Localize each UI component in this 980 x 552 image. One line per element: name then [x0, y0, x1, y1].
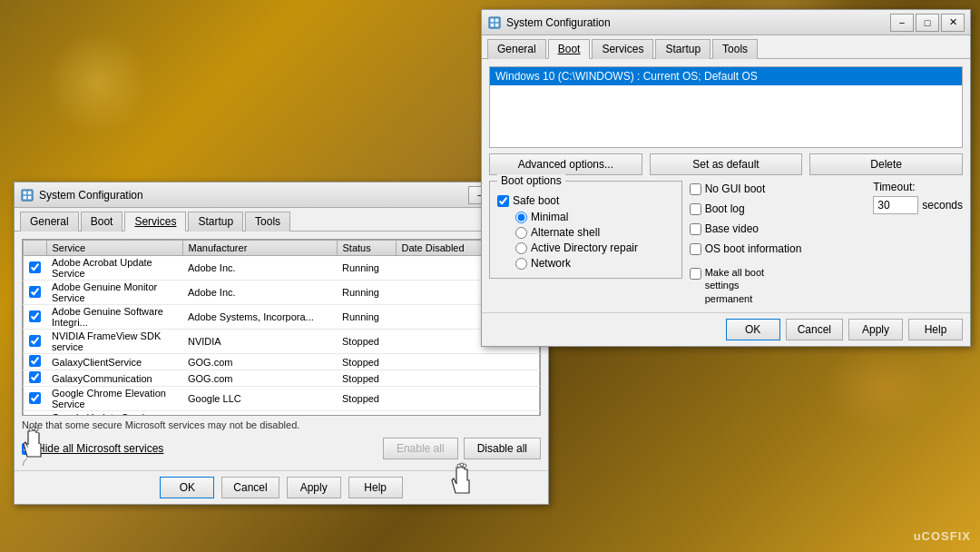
service-name-cell-5: GalaxyCommunication [46, 370, 182, 387]
services-table-container[interactable]: Service Manufacturer Status Date Disable… [22, 239, 541, 416]
tab-startup[interactable]: Startup [188, 212, 243, 232]
status-cell-5: Stopped [337, 370, 396, 387]
minimal-label: Minimal [531, 211, 568, 223]
timeout-input[interactable] [873, 196, 918, 214]
table-row: GalaxyCommunication GOG.com Stopped [24, 370, 540, 387]
services-content: Service Manufacturer Status Date Disable… [15, 232, 548, 470]
services-tab-bar: General Boot Services Startup Tools [15, 208, 548, 232]
boot-os-list[interactable]: Windows 10 (C:\WINDOWS) : Current OS; De… [489, 66, 963, 148]
tab-general[interactable]: General [20, 212, 79, 232]
service-checkbox-5[interactable] [29, 371, 41, 383]
boot-tab-tools[interactable]: Tools [712, 39, 758, 59]
service-name-cell-1: Adobe Genuine Monitor Service [46, 281, 182, 305]
services-apply-button[interactable]: Apply [287, 477, 341, 498]
boot-options-box: Boot options Safe boot Minimal Alternate… [489, 181, 682, 279]
boot-log-checkbox[interactable] [690, 203, 701, 215]
services-titlebar[interactable]: System Configuration − □ ✕ [15, 182, 548, 208]
safe-boot-label: Safe boot [513, 194, 559, 207]
service-name-cell-2: Adobe Genuine Software Integri... [46, 305, 182, 330]
col-header-status[interactable]: Status [337, 241, 396, 256]
boot-tab-general[interactable]: General [487, 39, 546, 59]
minimal-radio[interactable] [515, 212, 527, 223]
status-cell-6: Stopped [337, 387, 396, 411]
services-help-button[interactable]: Help [348, 477, 403, 498]
service-checkbox-4[interactable] [29, 355, 41, 367]
network-radio[interactable] [515, 258, 527, 270]
delete-button[interactable]: Delete [809, 153, 963, 175]
advanced-options-button[interactable]: Advanced options... [489, 153, 642, 175]
service-checkbox-1[interactable] [29, 286, 41, 298]
boot-options-legend: Boot options [497, 174, 565, 187]
boot-close-button[interactable]: ✕ [941, 14, 965, 32]
enable-all-button[interactable]: Enable all [383, 438, 458, 459]
row-checkbox-cell[interactable] [24, 387, 47, 411]
table-row: Adobe Genuine Software Integri... Adobe … [24, 305, 540, 330]
row-checkbox-cell[interactable] [24, 256, 47, 281]
boot-tab-services[interactable]: Services [592, 39, 653, 59]
col-header-service[interactable]: Service [46, 241, 182, 256]
row-checkbox-cell[interactable] [24, 354, 47, 370]
date-cell-4 [396, 354, 540, 370]
table-row: Adobe Genuine Monitor Service Adobe Inc.… [24, 281, 540, 305]
timeout-row: seconds [873, 196, 963, 214]
col-header-manufacturer[interactable]: Manufacturer [182, 241, 337, 256]
services-window-title: System Configuration [39, 189, 468, 202]
make-permanent-checkbox[interactable] [690, 268, 701, 280]
boot-tab-boot[interactable]: Boot [548, 39, 591, 59]
enable-disable-buttons: Enable all Disable all [383, 438, 541, 459]
boot-os-item[interactable]: Windows 10 (C:\WINDOWS) : Current OS; De… [490, 67, 962, 85]
svg-rect-4 [28, 195, 32, 199]
base-video-checkbox[interactable] [690, 223, 701, 235]
col-header-check[interactable] [24, 241, 47, 256]
timeout-section: Timeout: seconds [873, 181, 963, 214]
ad-repair-radio[interactable] [515, 242, 527, 254]
services-ok-button[interactable]: OK [160, 477, 214, 498]
boot-help-button[interactable]: Help [908, 319, 963, 340]
boot-tab-startup[interactable]: Startup [655, 39, 710, 59]
os-boot-info-checkbox[interactable] [690, 243, 701, 255]
ad-repair-label: Active Directory repair [531, 242, 638, 254]
boot-titlebar[interactable]: System Configuration − □ ✕ [482, 10, 970, 35]
svg-rect-3 [24, 195, 27, 199]
service-checkbox-0[interactable] [29, 261, 41, 273]
service-name-cell-4: GalaxyClientService [46, 354, 182, 370]
row-checkbox-cell[interactable] [24, 281, 47, 305]
no-gui-checkbox[interactable] [690, 183, 701, 195]
service-checkbox-3[interactable] [29, 335, 41, 347]
service-checkbox-2[interactable] [29, 310, 41, 322]
status-cell-3: Stopped [337, 330, 396, 354]
set-default-button[interactable]: Set as default [650, 153, 803, 175]
boot-maximize-button[interactable]: □ [916, 14, 939, 32]
hide-ms-checkbox[interactable] [22, 443, 34, 455]
tab-tools[interactable]: Tools [245, 212, 290, 232]
status-cell-2: Running [337, 305, 396, 330]
tab-boot[interactable]: Boot [81, 212, 123, 232]
service-name-cell-3: NVIDIA FrameView SDK service [46, 330, 182, 354]
boot-titlebar-icon [487, 15, 502, 30]
make-permanent-row: Make all boot settings permanent [690, 266, 867, 305]
service-checkbox-6[interactable] [29, 392, 41, 404]
disable-all-button[interactable]: Disable all [464, 438, 541, 459]
boot-minimize-button[interactable]: − [890, 14, 914, 32]
boot-action-buttons: Advanced options... Set as default Delet… [489, 153, 963, 175]
status-cell-0: Running [337, 256, 396, 281]
safe-boot-checkbox[interactable] [497, 195, 509, 207]
tab-services[interactable]: Services [124, 212, 186, 232]
service-name-cell-6: Google Chrome Elevation Service [46, 387, 182, 411]
boot-cancel-button[interactable]: Cancel [786, 319, 843, 340]
timeout-unit: seconds [922, 199, 963, 212]
boot-ok-button[interactable]: OK [726, 319, 780, 340]
ad-repair-row: Active Directory repair [515, 242, 674, 254]
row-checkbox-cell[interactable] [24, 330, 47, 354]
alt-shell-radio[interactable] [515, 227, 527, 239]
hide-ms-row: Hide all Microsoft services [22, 442, 163, 455]
hide-ms-label: Hide all Microsoft services [37, 442, 163, 455]
alt-shell-label: Alternate shell [531, 226, 600, 239]
titlebar-icon [20, 188, 34, 202]
services-cancel-button[interactable]: Cancel [221, 477, 279, 498]
svg-rect-6 [491, 18, 495, 22]
row-checkbox-cell[interactable] [24, 370, 47, 387]
boot-apply-button[interactable]: Apply [848, 319, 903, 340]
base-video-row: Base video [690, 222, 867, 235]
row-checkbox-cell[interactable] [24, 305, 47, 330]
